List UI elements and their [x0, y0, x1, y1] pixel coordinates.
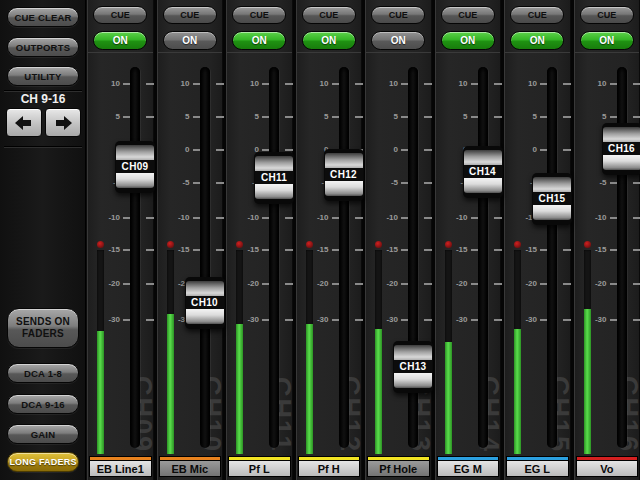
tick-mark — [285, 149, 293, 151]
fader-cap[interactable]: CH12 — [324, 149, 364, 201]
cue-button[interactable]: CUE — [371, 6, 425, 24]
level-meter — [97, 241, 104, 454]
cue-button[interactable]: CUE — [93, 6, 147, 24]
on-button[interactable]: ON — [371, 31, 425, 50]
peak-led-icon — [97, 241, 104, 248]
tick-mark — [633, 249, 640, 251]
outports-button[interactable]: OUTPORTS — [7, 37, 79, 57]
peak-led-icon — [236, 241, 243, 248]
fader-track[interactable] — [547, 67, 557, 448]
fader-cap[interactable]: CH15 — [532, 173, 572, 225]
fader-cap-bottom — [325, 181, 363, 196]
tick-mark — [494, 217, 502, 219]
tick-mark — [424, 283, 432, 285]
fader-track[interactable] — [339, 67, 349, 448]
channel-name-section[interactable]: EB Line1 — [89, 456, 152, 477]
fader-track[interactable] — [478, 67, 488, 448]
fader-cap-bottom — [603, 155, 640, 170]
tick-mark — [146, 319, 154, 321]
dca-9-16-button[interactable]: DCA 9-16 — [7, 394, 79, 414]
channel-name[interactable]: EG M — [437, 460, 500, 477]
scale-row: 5 — [436, 112, 501, 122]
level-meter — [514, 241, 521, 454]
meter-fill — [445, 342, 452, 454]
meter-fill — [306, 324, 313, 454]
fader-cap[interactable]: CH11 — [254, 152, 294, 204]
channel-name[interactable]: Pf H — [298, 460, 361, 477]
tick-mark — [355, 83, 363, 85]
channel-name[interactable]: EB Mic — [159, 460, 222, 477]
fader-track[interactable] — [269, 67, 279, 448]
meter-body — [584, 250, 591, 454]
on-button[interactable]: ON — [580, 31, 634, 50]
meter-body — [306, 250, 313, 454]
on-button[interactable]: ON — [163, 31, 217, 50]
channel-bank-label: CH 9-16 — [0, 92, 86, 106]
sends-on-faders-button[interactable]: SENDS ON FADERS — [7, 308, 79, 348]
fader-cap[interactable]: CH09 — [115, 141, 155, 193]
channel-name-section[interactable]: EG M — [437, 456, 500, 477]
channel-name-section[interactable]: EB Mic — [159, 456, 222, 477]
fader-track[interactable] — [130, 67, 140, 448]
channel-name-section[interactable]: Vo — [576, 456, 639, 477]
scale-row: 0 — [505, 145, 570, 155]
tick-mark — [146, 83, 154, 85]
meter-fill — [375, 329, 382, 454]
long-faders-button[interactable]: LONG FADERS — [7, 452, 79, 472]
fader-cap[interactable]: CH16 — [602, 123, 640, 175]
fader-track[interactable] — [200, 67, 210, 448]
fader-cap[interactable]: CH10 — [185, 277, 225, 329]
scale-row: -10 — [575, 213, 640, 223]
strip-header: CUE ON — [436, 0, 501, 53]
scale-label: 5 — [444, 112, 468, 122]
tick-mark — [424, 83, 432, 85]
scale-row: 5 — [297, 112, 362, 122]
level-meter — [236, 241, 243, 454]
scale-label: 0 — [166, 145, 190, 155]
dca-1-8-button[interactable]: DCA 1-8 — [7, 363, 79, 383]
fader-cap[interactable]: CH13 — [393, 341, 433, 393]
level-meter — [445, 241, 452, 454]
cue-button[interactable]: CUE — [163, 6, 217, 24]
channel-name[interactable]: EG L — [506, 460, 569, 477]
channel-name-section[interactable]: EG L — [506, 456, 569, 477]
channel-name[interactable]: EB Line1 — [89, 460, 152, 477]
on-button[interactable]: ON — [302, 31, 356, 50]
bank-prev-button[interactable] — [6, 108, 42, 137]
on-button[interactable]: ON — [93, 31, 147, 50]
level-meter — [306, 241, 313, 454]
bank-next-button[interactable] — [45, 108, 81, 137]
scale-row: 5 — [575, 112, 640, 122]
channel-name[interactable]: Vo — [576, 460, 639, 477]
channel-name-section[interactable]: Pf L — [228, 456, 291, 477]
channel-name[interactable]: Pf Hole — [367, 460, 430, 477]
on-button[interactable]: ON — [510, 31, 564, 50]
cue-button[interactable]: CUE — [510, 6, 564, 24]
utility-button[interactable]: UTILITY — [7, 66, 79, 86]
on-button[interactable]: ON — [441, 31, 495, 50]
tick-mark — [424, 319, 432, 321]
cue-button[interactable]: CUE — [580, 6, 634, 24]
cue-button[interactable]: CUE — [441, 6, 495, 24]
tick-mark — [563, 83, 571, 85]
meter-fill — [514, 329, 521, 454]
cue-clear-button[interactable]: CUE CLEAR — [7, 7, 79, 27]
fader-cap-top — [394, 345, 432, 360]
cue-button[interactable]: CUE — [232, 6, 286, 24]
fader-cap[interactable]: CH14 — [463, 146, 503, 198]
peak-led-icon — [584, 241, 591, 248]
tick-mark — [216, 116, 224, 118]
channel-name[interactable]: Pf L — [228, 460, 291, 477]
meter-body — [236, 250, 243, 454]
tick-mark — [494, 83, 502, 85]
gain-button[interactable]: GAIN — [7, 424, 79, 444]
tick-mark — [563, 319, 571, 321]
channel-name-section[interactable]: Pf H — [298, 456, 361, 477]
scale-row: 10 — [436, 79, 501, 89]
on-button[interactable]: ON — [232, 31, 286, 50]
scale-row: 5 — [88, 112, 153, 122]
fader-cap-bottom — [255, 184, 293, 199]
scale-label: 10 — [305, 79, 329, 89]
cue-button[interactable]: CUE — [302, 6, 356, 24]
channel-name-section[interactable]: Pf Hole — [367, 456, 430, 477]
